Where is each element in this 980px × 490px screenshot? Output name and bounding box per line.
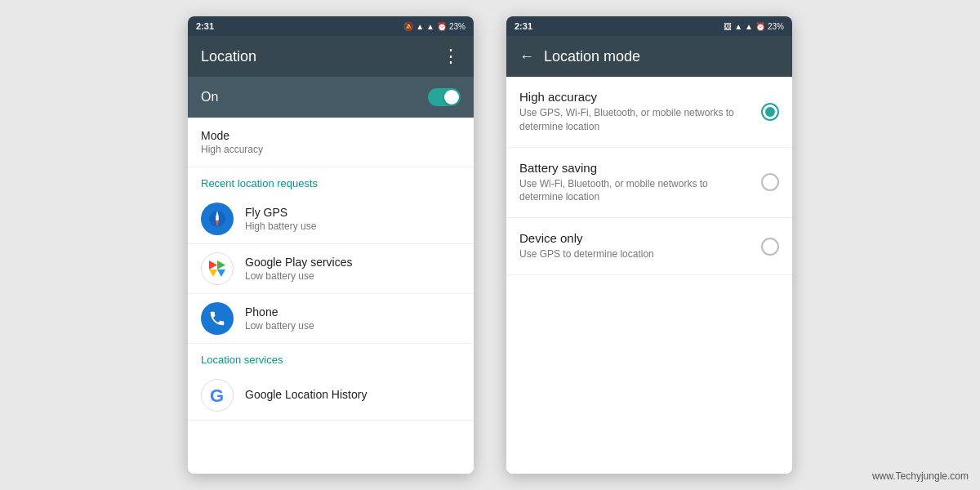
google-location-name: Google Location History xyxy=(245,388,461,401)
google-location-icon: G xyxy=(201,379,234,412)
battery-saving-desc: Use Wi-Fi, Bluetooth, or mobile networks… xyxy=(519,177,751,205)
signal-icon: ▲ xyxy=(426,22,434,31)
wifi-icon: ▲ xyxy=(416,22,424,31)
high-accuracy-desc: Use GPS, Wi-Fi, Bluetooth, or mobile net… xyxy=(519,106,751,134)
battery-text-2: 23% xyxy=(768,22,784,31)
device-only-desc: Use GPS to determine location xyxy=(519,247,751,261)
mode-subtitle: High accuracy xyxy=(201,144,461,155)
status-bar-2: 2:31 🖼 ▲ ▲ ⏰ 23% xyxy=(506,16,792,36)
on-toggle-row[interactable]: On xyxy=(188,77,474,118)
signal-icon-2: ▲ xyxy=(745,22,753,31)
battery-text-1: 23% xyxy=(449,22,466,31)
recent-requests-header: Recent location requests xyxy=(188,167,474,194)
status-icons-1: 🔕 ▲ ▲ ⏰ 23% xyxy=(403,22,466,31)
battery-saving-title: Battery saving xyxy=(519,161,751,175)
phone-app-info: Phone Low battery use xyxy=(245,305,461,332)
high-accuracy-option[interactable]: High accuracy Use GPS, Wi-Fi, Bluetooth,… xyxy=(506,77,792,148)
device-only-radio[interactable] xyxy=(761,238,779,256)
high-accuracy-text: High accuracy Use GPS, Wi-Fi, Bluetooth,… xyxy=(519,90,751,134)
phone-app-item[interactable]: Phone Low battery use xyxy=(188,294,474,344)
play-services-item[interactable]: Google Play services Low battery use xyxy=(188,244,474,294)
mode-item[interactable]: Mode High accuracy xyxy=(188,118,474,167)
play-services-icon xyxy=(201,252,234,285)
menu-icon[interactable]: ⋮ xyxy=(442,46,461,67)
fly-gps-icon xyxy=(201,203,234,235)
device-only-option[interactable]: Device only Use GPS to determine locatio… xyxy=(506,218,792,275)
location-content: Mode High accuracy Recent location reque… xyxy=(188,118,474,474)
google-location-info: Google Location History xyxy=(245,388,461,403)
location-mode-title: Location mode xyxy=(544,48,779,65)
play-services-info: Google Play services Low battery use xyxy=(245,256,461,282)
svg-text:G: G xyxy=(210,385,224,406)
image-icon: 🖼 xyxy=(724,22,732,31)
alarm-icon: ⏰ xyxy=(437,22,447,31)
location-services-header: Location services xyxy=(188,344,474,371)
top-bar-1: Location ⋮ xyxy=(188,36,474,77)
google-location-item[interactable]: G Google Location History xyxy=(188,371,474,421)
fly-gps-name: Fly GPS xyxy=(245,206,461,219)
status-icons-2: 🖼 ▲ ▲ ⏰ 23% xyxy=(724,22,784,31)
location-title: Location xyxy=(201,48,442,65)
phone-app-detail: Low battery use xyxy=(245,320,461,332)
device-only-title: Device only xyxy=(519,231,751,245)
phone-app-name: Phone xyxy=(245,305,461,318)
fly-gps-info: Fly GPS High battery use xyxy=(245,206,461,232)
wifi-icon-2: ▲ xyxy=(734,22,742,31)
alarm-icon-2: ⏰ xyxy=(755,22,765,31)
mute-icon: 🔕 xyxy=(403,22,413,31)
phone-app-icon xyxy=(201,302,234,335)
battery-saving-text: Battery saving Use Wi-Fi, Bluetooth, or … xyxy=(519,161,751,205)
fly-gps-item[interactable]: Fly GPS High battery use xyxy=(188,194,474,244)
high-accuracy-title: High accuracy xyxy=(519,90,751,104)
high-accuracy-radio[interactable] xyxy=(761,103,779,121)
top-bar-2: ← Location mode xyxy=(506,36,792,77)
status-bar-1: 2:31 🔕 ▲ ▲ ⏰ 23% xyxy=(188,16,474,36)
status-time-2: 2:31 xyxy=(514,21,532,31)
device-only-text: Device only Use GPS to determine locatio… xyxy=(519,231,751,261)
play-services-name: Google Play services xyxy=(245,256,461,269)
mode-title: Mode xyxy=(201,129,461,142)
watermark: www.Techyjungle.com xyxy=(872,470,969,482)
on-label: On xyxy=(201,90,218,105)
svg-point-1 xyxy=(216,217,219,220)
status-time-1: 2:31 xyxy=(196,21,214,31)
battery-saving-option[interactable]: Battery saving Use Wi-Fi, Bluetooth, or … xyxy=(506,148,792,219)
battery-saving-radio[interactable] xyxy=(761,173,779,191)
play-services-detail: Low battery use xyxy=(245,270,461,282)
fly-gps-detail: High battery use xyxy=(245,220,461,232)
location-mode-content: High accuracy Use GPS, Wi-Fi, Bluetooth,… xyxy=(506,77,792,474)
phone1-frame: 2:31 🔕 ▲ ▲ ⏰ 23% Location ⋮ On Mode High… xyxy=(188,16,474,474)
back-button[interactable]: ← xyxy=(519,48,534,65)
location-toggle[interactable] xyxy=(428,88,461,106)
phone2-frame: 2:31 🖼 ▲ ▲ ⏰ 23% ← Location mode High ac… xyxy=(506,16,792,474)
